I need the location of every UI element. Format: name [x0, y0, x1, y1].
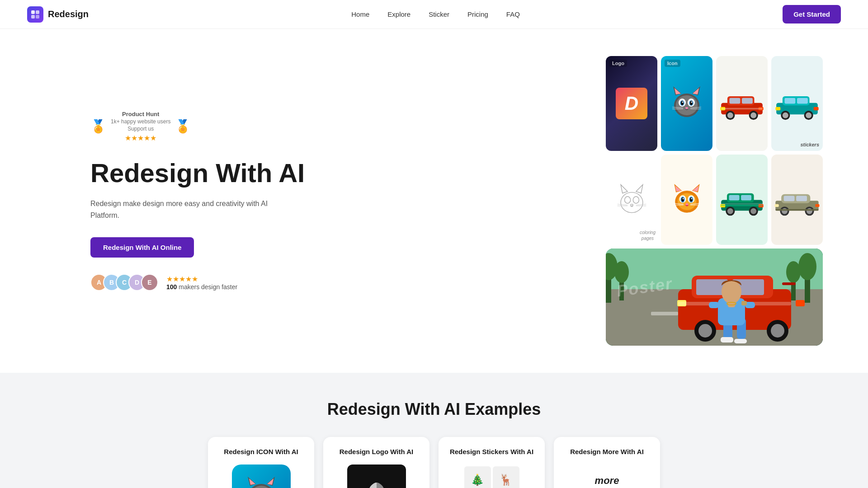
collage-middle-row: coloringpages: [606, 155, 823, 245]
svg-point-47: [624, 197, 630, 203]
svg-point-15: [690, 101, 693, 105]
svg-marker-46: [636, 184, 642, 193]
poster-car-area: Poster: [606, 249, 823, 346]
red-car-svg: [717, 87, 767, 121]
cat-icon-svg: [669, 85, 705, 122]
nav-pricing[interactable]: Pricing: [467, 10, 488, 18]
example-card-stickers: Redesign Stickers With AI 🎄 🦌 🎅 ⭐: [439, 437, 545, 488]
example-card-logo: Redesign Logo With AI: [323, 437, 429, 488]
avatar-5: E: [141, 274, 158, 291]
svg-point-48: [633, 197, 639, 203]
example-card-icon: Redesign ICON With AI: [208, 437, 314, 488]
svg-point-64: [681, 197, 684, 201]
ph-sub: 1k+ happy website users: [111, 118, 170, 125]
svg-point-5: [676, 95, 698, 115]
svg-rect-98: [651, 312, 678, 315]
svg-point-65: [690, 197, 693, 201]
collage-car1-cell: [716, 56, 768, 151]
collage-car2-cell: stickers: [771, 56, 823, 151]
svg-point-78: [727, 208, 733, 214]
svg-rect-0: [31, 10, 35, 14]
logo-icon: [27, 6, 43, 23]
svg-rect-129: [741, 301, 747, 305]
svg-rect-33: [721, 108, 763, 109]
maker-avatars: A B C D E: [90, 274, 154, 291]
svg-point-116: [771, 324, 784, 338]
example-card-more: Redesign More With AI moredesignscoming: [554, 437, 660, 488]
svg-point-108: [786, 261, 801, 283]
icon-preview-svg: [243, 476, 279, 488]
hero-collage: Logo D Icon: [606, 56, 823, 346]
nav-faq[interactable]: FAQ: [506, 10, 520, 18]
svg-rect-76: [741, 195, 751, 200]
svg-rect-83: [721, 205, 763, 206]
example-card-stickers-title: Redesign Stickers With AI: [446, 448, 538, 455]
svg-rect-36: [785, 98, 796, 103]
svg-point-49: [630, 204, 633, 206]
ph-info: Product Hunt 1k+ happy website users Sup…: [111, 111, 170, 142]
svg-rect-88: [796, 196, 807, 201]
collage-sketch-cell: coloringpages: [606, 155, 657, 245]
logo-label-badge: Logo: [609, 60, 627, 67]
svg-point-41: [806, 112, 811, 118]
example-card-stickers-image: 🎄 🦌 🎅 ⭐: [462, 465, 521, 488]
svg-point-114: [698, 324, 712, 338]
hero-heading: Redesign With AI: [90, 159, 316, 188]
svg-rect-42: [775, 107, 780, 110]
example-card-icon-image: [232, 465, 291, 488]
vintage-car-svg: [772, 183, 822, 217]
svg-rect-1: [36, 10, 39, 14]
svg-point-14: [681, 101, 684, 105]
svg-point-39: [783, 112, 788, 118]
svg-rect-43: [814, 107, 819, 110]
makers-stars: ★★★★★: [166, 275, 237, 283]
orange-cat-svg: [670, 183, 704, 217]
svg-point-30: [750, 112, 756, 118]
makers-info: ★★★★★ 100 makers design faster: [166, 275, 237, 291]
ph-support: Support us: [111, 126, 170, 132]
makers-row: A B C D E ★★★★★ 100 makers design faster: [90, 274, 316, 291]
green-car-svg: [717, 183, 767, 217]
svg-rect-84: [721, 203, 763, 204]
teal-car-svg: [772, 87, 822, 121]
get-started-button[interactable]: Get Started: [783, 5, 841, 23]
logo-preview: [347, 465, 406, 488]
svg-rect-25: [730, 98, 741, 103]
example-card-logo-image: [347, 465, 406, 488]
coloring-badge: coloringpages: [640, 230, 656, 241]
sketch-cat-svg: [615, 183, 649, 217]
nav-explore[interactable]: Explore: [387, 10, 410, 18]
collage-logo-cell: Logo D: [606, 56, 657, 151]
nav-logo[interactable]: Redesign: [27, 6, 89, 23]
svg-point-80: [750, 208, 756, 214]
svg-point-44: [621, 192, 643, 212]
laurel-right: 🏅: [175, 120, 191, 133]
collage-orange-cat-cell: [661, 155, 712, 245]
nav-sticker[interactable]: Sticker: [429, 10, 449, 18]
ph-title: Product Hunt: [111, 111, 170, 117]
icon-preview: [232, 465, 291, 488]
hero-description: Redesign make design more easy and creat…: [90, 198, 289, 221]
icon-label-badge: Icon: [665, 60, 680, 67]
svg-rect-124: [734, 339, 747, 343]
svg-rect-93: [775, 204, 779, 206]
nav-home[interactable]: Home: [351, 10, 369, 18]
svg-marker-45: [621, 184, 627, 193]
svg-point-16: [682, 102, 684, 103]
svg-point-104: [798, 253, 816, 280]
svg-line-50: [617, 204, 627, 205]
hero-content: 🏅 Product Hunt 1k+ happy website users S…: [90, 111, 316, 291]
stickers-badge: stickers: [800, 142, 819, 147]
examples-section: Redesign With AI Examples Redesign ICON …: [0, 373, 868, 488]
sticker-cell-1: 🎄: [464, 466, 491, 488]
svg-point-68: [685, 203, 688, 205]
more-coming-text: moredesignscoming: [588, 474, 626, 488]
svg-rect-127: [709, 302, 719, 308]
hero-cta-button[interactable]: Redesign With AI Online: [90, 237, 194, 258]
svg-rect-3: [36, 15, 39, 19]
ph-stars: ★★★★★: [111, 134, 170, 142]
collage-vintage-car-cell: [771, 155, 823, 245]
examples-grid: Redesign ICON With AI: [208, 437, 660, 488]
svg-point-17: [691, 102, 693, 103]
logo-text: Redesign: [48, 9, 89, 19]
